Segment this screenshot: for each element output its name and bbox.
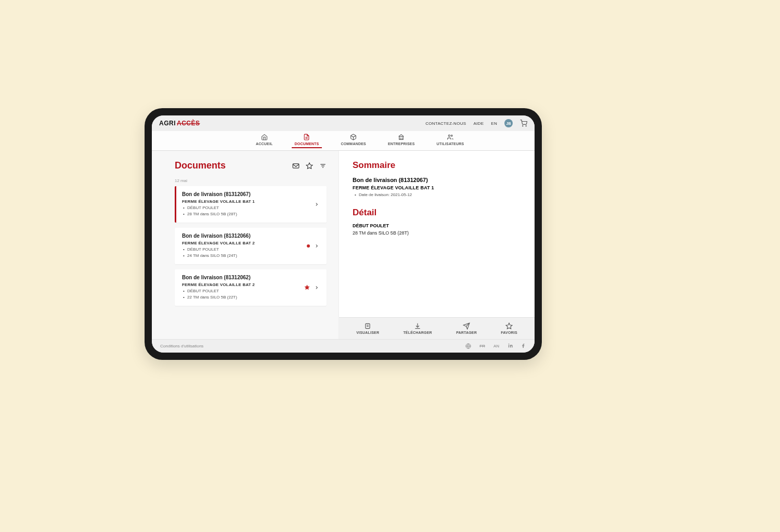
tab-orders[interactable]: COMMANDES bbox=[341, 134, 366, 148]
tab-home[interactable]: ACCUEIL bbox=[256, 134, 273, 148]
contact-link[interactable]: CONTACTEZ-NOUS bbox=[425, 121, 466, 126]
summary-company: FERME ÉLEVAGE VOLAILLE BAT 1 bbox=[353, 185, 521, 190]
download-label: TÉLÉCHARGER bbox=[403, 331, 432, 334]
download-icon bbox=[414, 322, 421, 330]
svg-point-9 bbox=[451, 135, 453, 136]
detail-product: DÉBUT POULET bbox=[353, 223, 521, 228]
documents-actions bbox=[292, 162, 327, 170]
unread-dot-icon bbox=[307, 244, 310, 248]
filter-icon[interactable] bbox=[319, 162, 327, 170]
main-content: Documents 12 mai Bon de livrai bbox=[152, 151, 535, 339]
chevron-right-icon bbox=[314, 243, 319, 249]
summary-doc-title: Bon de livraison (81312067) bbox=[353, 177, 521, 183]
globe-icon[interactable] bbox=[465, 343, 471, 349]
tab-users-label: UTILISATEURS bbox=[437, 142, 464, 146]
box-icon bbox=[350, 134, 357, 140]
svg-marker-11 bbox=[306, 163, 313, 168]
document-title: Bon de livraison (81312062) bbox=[182, 275, 255, 280]
svg-rect-5 bbox=[399, 136, 404, 139]
brand-second: ACCÈS bbox=[177, 120, 200, 127]
document-card[interactable]: Bon de livraison (81312067) FERME ÉLEVAG… bbox=[175, 186, 327, 223]
eye-icon bbox=[364, 322, 371, 330]
document-card[interactable]: Bon de livraison (81312062) FERME ÉLEVAG… bbox=[175, 269, 327, 306]
document-title: Bon de livraison (81312067) bbox=[182, 191, 255, 197]
footer-lang-fr[interactable]: FR bbox=[479, 344, 485, 348]
top-bar: AGRI ACCÈS CONTACTEZ-NOUS AIDE EN JB bbox=[152, 115, 535, 131]
document-icon bbox=[303, 134, 310, 140]
detail-heading: Détail bbox=[353, 207, 521, 218]
tab-home-label: ACCUEIL bbox=[256, 142, 273, 146]
users-icon bbox=[447, 134, 453, 140]
tab-documents-label: DOCUMENTS bbox=[295, 142, 319, 146]
documents-title: Documents bbox=[175, 160, 226, 171]
documents-list-panel: Documents 12 mai Bon de livrai bbox=[152, 151, 339, 339]
document-subtitle: FERME ÉLEVAGE VOLAILLE BAT 2 bbox=[182, 241, 255, 245]
home-icon bbox=[261, 134, 268, 140]
favorite-label: FAVORIS bbox=[501, 331, 517, 334]
tab-orders-label: COMMANDES bbox=[341, 142, 366, 146]
summary-heading: Sommaire bbox=[353, 160, 521, 171]
date-group-label: 12 mai bbox=[175, 178, 327, 183]
facebook-icon[interactable] bbox=[521, 343, 526, 349]
tab-documents[interactable]: DOCUMENTS bbox=[295, 134, 319, 148]
chevron-right-icon bbox=[314, 202, 319, 207]
svg-point-1 bbox=[526, 126, 526, 126]
view-label: VISUALISER bbox=[356, 331, 379, 334]
svg-rect-10 bbox=[293, 163, 299, 167]
brand-logo[interactable]: AGRI ACCÈS bbox=[159, 120, 200, 127]
svg-point-8 bbox=[449, 135, 450, 136]
svg-point-0 bbox=[523, 126, 523, 126]
detail-action-bar: VISUALISER TÉLÉCHARGER PARTAGER bbox=[339, 317, 535, 339]
document-title: Bon de livraison (81312066) bbox=[182, 233, 255, 239]
terms-link[interactable]: Conditions d'utilisations bbox=[160, 344, 203, 348]
help-link[interactable]: AIDE bbox=[473, 121, 484, 126]
main-nav: ACCUEIL DOCUMENTS COMMANDES ENTREPRISES … bbox=[152, 131, 535, 151]
document-line: DÉBUT POULET bbox=[187, 205, 255, 211]
linkedin-icon[interactable] bbox=[508, 343, 513, 349]
share-button[interactable]: PARTAGER bbox=[456, 322, 477, 334]
documents-header: Documents bbox=[175, 160, 327, 171]
app-screen: AGRI ACCÈS CONTACTEZ-NOUS AIDE EN JB ACC… bbox=[152, 115, 535, 353]
star-icon bbox=[505, 322, 513, 330]
footer-lang-en[interactable]: AN bbox=[493, 344, 499, 348]
document-line: 28 TM dans SILO 5B (28T) bbox=[187, 211, 255, 217]
building-icon bbox=[398, 134, 405, 140]
topbar-right: CONTACTEZ-NOUS AIDE EN JB bbox=[425, 119, 527, 127]
favorite-button[interactable]: FAVORIS bbox=[501, 322, 517, 334]
lang-toggle[interactable]: EN bbox=[491, 121, 497, 126]
mail-icon[interactable] bbox=[292, 162, 300, 170]
view-button[interactable]: VISUALISER bbox=[356, 322, 379, 334]
document-card[interactable]: Bon de livraison (81312066) FERME ÉLEVAG… bbox=[175, 228, 327, 264]
document-subtitle: FERME ÉLEVAGE VOLAILLE BAT 1 bbox=[182, 199, 255, 204]
tab-users[interactable]: UTILISATEURS bbox=[437, 134, 464, 148]
download-button[interactable]: TÉLÉCHARGER bbox=[403, 322, 432, 334]
summary-date: Date de livaison: 2021-05-12 bbox=[353, 192, 521, 197]
document-line: DÉBUT POULET bbox=[187, 246, 255, 253]
svg-marker-15 bbox=[305, 285, 309, 290]
document-detail-panel: Sommaire Bon de livraison (81312067) FER… bbox=[339, 151, 535, 339]
document-line: DÉBUT POULET bbox=[187, 288, 255, 294]
user-avatar[interactable]: JB bbox=[504, 119, 513, 127]
send-icon bbox=[463, 322, 470, 330]
cart-icon[interactable] bbox=[520, 120, 527, 127]
svg-marker-19 bbox=[506, 323, 512, 329]
tablet-frame: AGRI ACCÈS CONTACTEZ-NOUS AIDE EN JB ACC… bbox=[145, 108, 542, 360]
star-outline-icon[interactable] bbox=[306, 162, 313, 170]
document-subtitle: FERME ÉLEVAGE VOLAILLE BAT 2 bbox=[182, 282, 255, 287]
document-line: 22 TM dans SILO 5B (22T) bbox=[187, 294, 255, 301]
chevron-right-icon bbox=[314, 285, 319, 290]
tab-companies-label: ENTREPRISES bbox=[388, 142, 415, 146]
document-line: 24 TM dans SILO 5B (24T) bbox=[187, 253, 255, 259]
star-filled-icon bbox=[304, 283, 310, 292]
brand-first: AGRI bbox=[159, 120, 176, 127]
detail-qty: 28 TM dans SILO 5B (28T) bbox=[353, 230, 521, 236]
share-label: PARTAGER bbox=[456, 331, 477, 334]
tab-companies[interactable]: ENTREPRISES bbox=[388, 134, 415, 148]
footer-bar: Conditions d'utilisations FR AN bbox=[152, 339, 535, 353]
